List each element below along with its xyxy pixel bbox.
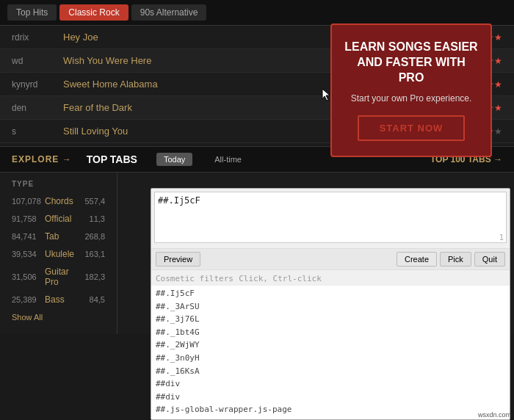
type-number: 31,506 bbox=[12, 272, 45, 281]
filters-list: ##.Ij5cF ##._3ArSU ##._3j76L ##._1bt4G #… bbox=[151, 285, 510, 419]
type-count: 557,4 bbox=[84, 197, 105, 206]
type-link-tab[interactable]: Tab bbox=[45, 231, 84, 242]
filter-item[interactable]: ##._3n0yH bbox=[156, 352, 505, 365]
artist-name: wd bbox=[12, 56, 63, 66]
watermark: wsxdn.com bbox=[478, 411, 511, 419]
top-tabs-heading: TOP TABS bbox=[87, 153, 137, 165]
type-list: TYPE 107,078 Chords 557,4 91,758 Officia… bbox=[0, 173, 117, 334]
start-now-button[interactable]: START NOW bbox=[358, 115, 466, 141]
type-number: 39,534 bbox=[12, 250, 45, 258]
filters-label: Cosmetic filters Click, Ctrl-click bbox=[151, 269, 510, 285]
popup-buttons-bar: Preview Create Pick Quit bbox=[151, 248, 510, 269]
type-count: 84,5 bbox=[90, 295, 105, 304]
type-number: 91,758 bbox=[12, 214, 45, 223]
type-number: 25,389 bbox=[12, 295, 45, 304]
list-item: 91,758 Official 11,3 bbox=[0, 210, 117, 228]
filter-item[interactable]: ##._3ArSU bbox=[156, 300, 505, 314]
type-count: 268,8 bbox=[84, 232, 105, 241]
list-item: 39,534 Ukulele 163,1 bbox=[0, 245, 117, 263]
pro-promo-banner: LEARN SONGS EASIER AND FASTER WITH PRO S… bbox=[330, 23, 492, 157]
today-btn[interactable]: Today bbox=[156, 153, 192, 166]
alltime-btn[interactable]: All-time bbox=[207, 153, 249, 166]
filter-item[interactable]: ##._3j76L bbox=[156, 313, 505, 326]
tabs-bar: Top Hits Classic Rock 90s Alternative bbox=[0, 0, 514, 26]
type-count: 182,3 bbox=[84, 272, 105, 281]
artist-name: den bbox=[12, 103, 63, 113]
filter-item[interactable]: ##._2WjWY bbox=[156, 338, 505, 352]
pick-button[interactable]: Pick bbox=[440, 252, 471, 267]
type-link-chords[interactable]: Chords bbox=[45, 196, 84, 206]
cosmetic-filters-popup: 1 Preview Create Pick Quit Cosmetic filt… bbox=[151, 188, 510, 420]
type-count: 11,3 bbox=[90, 214, 105, 223]
textarea-wrapper: 1 bbox=[151, 189, 510, 248]
line-number: 1 bbox=[499, 233, 504, 242]
artist-name: s bbox=[12, 126, 63, 137]
type-number: 84,741 bbox=[12, 232, 45, 241]
type-link-guitarpro[interactable]: Guitar Pro bbox=[45, 267, 84, 287]
type-link-bass[interactable]: Bass bbox=[45, 294, 90, 305]
artist-name: rdrix bbox=[12, 32, 63, 43]
tab-90s-alternative[interactable]: 90s Alternative bbox=[131, 4, 207, 21]
list-item: 84,741 Tab 268,8 bbox=[0, 228, 117, 245]
list-item: 25,389 Bass 84,5 bbox=[0, 291, 117, 308]
type-number: 107,078 bbox=[12, 197, 45, 206]
filter-item[interactable]: ##._1bt4G bbox=[156, 326, 505, 339]
create-button[interactable]: Create bbox=[397, 252, 437, 267]
promo-title: LEARN SONGS EASIER AND FASTER WITH PRO bbox=[344, 40, 479, 85]
filter-item[interactable]: ##div bbox=[156, 391, 505, 404]
quit-button[interactable]: Quit bbox=[474, 252, 505, 267]
promo-subtitle: Start your own Pro experience. bbox=[344, 93, 479, 105]
tab-top-hits[interactable]: Top Hits bbox=[7, 4, 57, 21]
list-item: 107,078 Chords 557,4 bbox=[0, 192, 117, 210]
tab-classic-rock[interactable]: Classic Rock bbox=[59, 4, 128, 21]
list-item: 31,506 Guitar Pro 182,3 bbox=[0, 263, 117, 291]
filter-item[interactable]: ##.Ij5cF bbox=[156, 287, 505, 300]
type-link-ukulele[interactable]: Ukulele bbox=[45, 249, 84, 259]
type-count: 163,1 bbox=[84, 250, 105, 258]
filter-item[interactable]: ##._16KsA bbox=[156, 365, 505, 378]
filter-textarea[interactable] bbox=[154, 192, 507, 243]
filter-item[interactable]: ##.js-global-wrapper.js-page bbox=[156, 403, 505, 416]
artist-name: kynyrd bbox=[12, 79, 63, 90]
type-header: TYPE bbox=[0, 180, 117, 192]
filter-item[interactable]: ##div bbox=[156, 377, 505, 391]
explore-link[interactable]: EXPLORE → bbox=[12, 154, 72, 164]
preview-button[interactable]: Preview bbox=[156, 252, 200, 267]
show-all-link[interactable]: Show All bbox=[0, 308, 117, 326]
type-link-official[interactable]: Official bbox=[45, 214, 90, 224]
